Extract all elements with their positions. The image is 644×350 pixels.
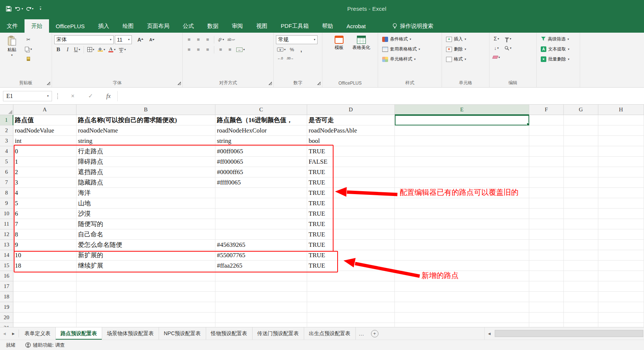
cell-E4[interactable] xyxy=(395,146,529,157)
cell-G1[interactable] xyxy=(564,115,598,125)
row-header-8[interactable]: 8 xyxy=(0,188,13,198)
row-header-6[interactable]: 6 xyxy=(0,167,13,177)
cell-F11[interactable] xyxy=(529,219,564,229)
increase-font-size-button[interactable]: A xyxy=(135,36,143,44)
cell-F21[interactable] xyxy=(529,323,564,327)
orientation-button[interactable]: ab▾ xyxy=(217,36,225,44)
cell-G4[interactable] xyxy=(564,146,598,157)
cell-H17[interactable] xyxy=(598,281,644,292)
row-header-7[interactable]: 7 xyxy=(0,177,13,188)
cell-B16[interactable] xyxy=(77,271,215,281)
cell-F14[interactable] xyxy=(529,250,564,261)
cell-G13[interactable] xyxy=(564,240,598,250)
cell-E19[interactable] xyxy=(395,302,529,313)
ribbon-tab-review[interactable]: 审阅 xyxy=(225,19,250,33)
sheet-nav-left[interactable]: ◀ xyxy=(0,327,9,340)
cell-D10[interactable]: TRUE xyxy=(307,209,395,219)
template-button[interactable]: 模板 xyxy=(329,35,349,79)
cell-G19[interactable] xyxy=(564,302,598,313)
delete-cells-button[interactable]: ×删除▾ xyxy=(444,45,487,54)
font-name-select[interactable]: 宋体 ▾ xyxy=(54,35,114,44)
undo-button[interactable]: ▾ xyxy=(14,3,24,14)
formula-bar-drag-handle[interactable] xyxy=(57,93,64,99)
cell-B9[interactable]: 山地 xyxy=(77,198,215,209)
cell-C10[interactable] xyxy=(215,209,307,219)
fill-button[interactable]: ↓▾ xyxy=(492,44,501,52)
cell-D21[interactable] xyxy=(307,323,395,327)
batch-delete-button[interactable]: ×批量删除▾ xyxy=(539,55,578,64)
ribbon-tab-view[interactable]: 视图 xyxy=(250,19,274,33)
cell-B6[interactable]: 遮挡路点 xyxy=(77,167,215,177)
row-header-18[interactable]: 18 xyxy=(0,292,13,302)
cell-D1[interactable]: 是否可走 xyxy=(307,115,395,125)
cell-A4[interactable]: 0 xyxy=(13,146,77,157)
cell-C20[interactable] xyxy=(215,313,307,323)
increase-decimal-button[interactable]: ←.0 xyxy=(276,54,284,62)
align-center-button[interactable]: ≡ xyxy=(194,46,202,54)
cell-D17[interactable] xyxy=(307,281,395,292)
cell-F19[interactable] xyxy=(529,302,564,313)
redo-button[interactable]: ▾ xyxy=(25,3,34,14)
row-header-1[interactable]: 1 xyxy=(0,115,13,125)
find-select-button[interactable]: ▾ xyxy=(503,44,513,52)
cell-C6[interactable]: #0000ff65 xyxy=(215,167,307,177)
cell-B14[interactable]: 新扩展的 xyxy=(77,250,215,261)
cell-F18[interactable] xyxy=(529,292,564,302)
cell-G10[interactable] xyxy=(564,209,598,219)
undo-dropdown-icon[interactable]: ▾ xyxy=(22,7,23,10)
align-top-button[interactable]: ≡ xyxy=(185,36,193,44)
cell-G3[interactable] xyxy=(564,136,598,146)
row-header-12[interactable]: 12 xyxy=(0,229,13,240)
cell-G5[interactable] xyxy=(564,157,598,167)
align-middle-button[interactable]: ≡ xyxy=(194,36,202,44)
cell-B4[interactable]: 行走路点 xyxy=(77,146,215,157)
name-box[interactable]: E1 ▾ xyxy=(3,91,52,101)
cell-E9[interactable] xyxy=(395,198,529,209)
cell-styles-button[interactable]: 单元格样式▾ xyxy=(380,55,440,64)
sheet-tab-road-node-presets[interactable]: 路点预设配置表 xyxy=(56,327,102,340)
save-button[interactable] xyxy=(4,3,13,14)
merge-center-button[interactable]: ↔▾ xyxy=(235,46,246,54)
format-as-table-button[interactable]: 套用表格格式▾ xyxy=(380,45,440,54)
cell-B5[interactable]: 障碍路点 xyxy=(77,157,215,167)
align-bottom-button[interactable]: ≡ xyxy=(204,36,212,44)
column-header-C[interactable]: C xyxy=(215,105,307,115)
cell-A20[interactable] xyxy=(13,313,77,323)
cell-B3[interactable]: string xyxy=(77,136,215,146)
cell-E17[interactable] xyxy=(395,281,529,292)
cell-D12[interactable]: TRUE xyxy=(307,229,395,240)
column-header-E[interactable]: E xyxy=(395,105,529,115)
cell-C5[interactable]: #ff000065 xyxy=(215,157,307,167)
cell-H7[interactable] xyxy=(598,177,644,188)
sheet-tab-npc-presets[interactable]: NPC预设配置表 xyxy=(159,327,206,340)
cell-H21[interactable] xyxy=(598,323,644,327)
cell-A13[interactable]: 9 xyxy=(13,240,77,250)
cell-H12[interactable] xyxy=(598,229,644,240)
cell-B21[interactable] xyxy=(77,323,215,327)
row-header-4[interactable]: 4 xyxy=(0,146,13,157)
cell-A16[interactable] xyxy=(13,271,77,281)
cell-D15[interactable]: TRUE xyxy=(307,261,395,271)
cell-D11[interactable]: TRUE xyxy=(307,219,395,229)
cell-A12[interactable]: 8 xyxy=(13,229,77,240)
cell-B2[interactable]: roadNodeName xyxy=(77,125,215,136)
cell-E12[interactable] xyxy=(395,229,529,240)
cell-G20[interactable] xyxy=(564,313,598,323)
comma-style-button[interactable]: , xyxy=(297,46,305,54)
cell-G16[interactable] xyxy=(564,271,598,281)
insert-cells-button[interactable]: +插入▾ xyxy=(444,35,487,44)
cell-C21[interactable] xyxy=(215,323,307,327)
cell-E5[interactable] xyxy=(395,157,529,167)
insert-function-button[interactable]: fx xyxy=(100,91,117,101)
cell-A21[interactable] xyxy=(13,323,77,327)
cell-B10[interactable]: 沙漠 xyxy=(77,209,215,219)
cell-D7[interactable]: TRUE xyxy=(307,177,395,188)
cell-C11[interactable] xyxy=(215,219,307,229)
cell-H1[interactable] xyxy=(598,115,644,125)
cell-H15[interactable] xyxy=(598,261,644,271)
underline-button[interactable]: U▾ xyxy=(73,46,81,54)
row-header-5[interactable]: 5 xyxy=(0,157,13,167)
cell-D14[interactable]: TRUE xyxy=(307,250,395,261)
ribbon-tab-insert[interactable]: 插入 xyxy=(91,19,116,33)
cell-E13[interactable] xyxy=(395,240,529,250)
